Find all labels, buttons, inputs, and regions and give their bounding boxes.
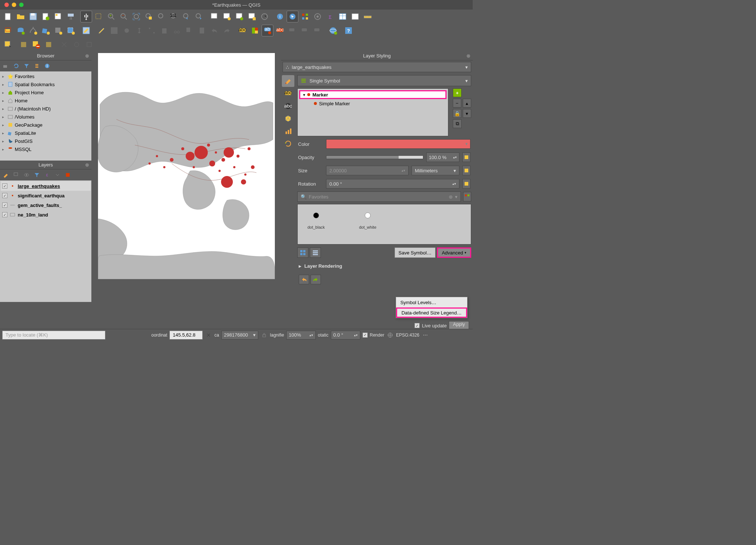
close-window-button[interactable] <box>4 3 9 7</box>
advanced-button[interactable]: Advanced ▾ <box>437 247 471 258</box>
zoom-native-button[interactable]: 1:1 <box>168 11 180 22</box>
action-button[interactable] <box>287 11 298 22</box>
opacity-data-defined-button[interactable] <box>462 152 470 162</box>
refresh-icon[interactable] <box>13 62 20 70</box>
layout-manager-button[interactable] <box>52 11 64 22</box>
labels-tab[interactable]: abc <box>282 88 294 99</box>
label-tool-6[interactable] <box>299 25 311 36</box>
marker-item[interactable]: ▾ Marker <box>299 90 447 99</box>
deselect-button[interactable] <box>30 39 42 50</box>
delete-button[interactable] <box>158 25 170 36</box>
scale-field[interactable]: 298176800▾ <box>221 331 258 340</box>
simple-marker-item[interactable]: Simple Marker <box>299 99 447 108</box>
data-defined-legend-item[interactable]: Data-defined Size Legend… <box>396 307 467 318</box>
copy-button[interactable] <box>183 25 195 36</box>
style-manager-icon[interactable] <box>463 192 471 201</box>
remove-icon[interactable] <box>64 171 71 179</box>
browser-close-icon[interactable]: ⊗ <box>84 53 90 59</box>
zoom-next-button[interactable] <box>193 11 205 22</box>
zoom-last-button[interactable] <box>181 11 192 22</box>
style-redo-button[interactable] <box>311 275 321 284</box>
label-tool-2[interactable] <box>249 25 261 36</box>
symbology-tab[interactable] <box>282 75 294 87</box>
processing-button[interactable] <box>349 11 361 22</box>
layer-rendering-header[interactable]: ▸ Layer Rendering <box>297 261 471 271</box>
zoom-selection-button[interactable] <box>143 11 155 22</box>
add-group-icon[interactable] <box>13 171 20 179</box>
temporal-button[interactable] <box>246 11 258 22</box>
move-up-button[interactable]: ▴ <box>463 99 471 108</box>
diagrams-tab[interactable] <box>282 125 294 137</box>
help-button[interactable]: ? <box>343 25 354 36</box>
color-swatch[interactable]: ▾ <box>326 139 470 149</box>
new-bookmark-button[interactable] <box>221 11 233 22</box>
tree-item-volumes[interactable]: ▸/Volumes <box>1 113 91 121</box>
add-symbol-button[interactable]: + <box>453 88 462 97</box>
duplicate-button[interactable]: ⧉ <box>453 119 462 128</box>
symbol-levels-item[interactable]: Symbol Levels… <box>396 297 467 307</box>
render-checkbox[interactable]: ✓ <box>363 333 368 338</box>
collapse-icon[interactable] <box>33 62 41 70</box>
new-spatialite-button[interactable] <box>40 25 52 36</box>
new-temp-button[interactable] <box>65 25 77 36</box>
tree-item-home[interactable]: ▸Home <box>1 96 91 105</box>
select-by-value-button[interactable] <box>43 39 55 50</box>
favorite-dot-black[interactable]: dot_black <box>301 208 331 240</box>
coordinate-field[interactable]: 145.5,62.8 <box>169 331 203 340</box>
symbol-tree[interactable]: ▾ Marker Simple Marker <box>297 88 448 136</box>
favorite-dot-white[interactable]: dot_white <box>353 208 382 240</box>
messages-icon[interactable]: ⋯ <box>421 331 429 339</box>
new-virtual-button[interactable] <box>52 25 64 36</box>
rotation-input[interactable]: 0.00 °▴▾ <box>326 179 459 189</box>
label-tool-7[interactable] <box>312 25 323 36</box>
save-symbol-button[interactable]: Save Symbol… <box>395 247 436 258</box>
masks-tab[interactable]: abc <box>282 100 294 112</box>
save-edits-button[interactable] <box>108 25 120 36</box>
layer-item-land[interactable]: ✓ ne_10m_land <box>1 210 91 219</box>
plugin-button-2[interactable] <box>312 11 323 22</box>
minimize-window-button[interactable] <box>12 3 16 7</box>
layer-checkbox[interactable]: ✓ <box>2 183 7 189</box>
browser-tree[interactable]: ▸⭐Favorites ▸Spatial Bookmarks ▸Project … <box>0 71 91 161</box>
new-map-view-button[interactable] <box>209 11 220 22</box>
expand-icon[interactable] <box>54 171 61 179</box>
label-tool-5[interactable] <box>287 25 298 36</box>
remove-symbol-button[interactable]: − <box>453 99 461 108</box>
measure-button[interactable] <box>362 11 374 22</box>
lock-scale-icon[interactable] <box>260 331 268 339</box>
move-down-button[interactable]: ▾ <box>463 109 471 118</box>
layer-checkbox[interactable]: ✓ <box>2 193 7 198</box>
crs-button[interactable]: EPSG:4326 <box>396 333 419 338</box>
add-feature-button[interactable] <box>121 25 133 36</box>
refresh-button[interactable] <box>259 11 270 22</box>
size-input[interactable]: 2.00000▴▾ <box>326 166 409 175</box>
dig-button-2[interactable] <box>71 39 83 50</box>
tree-item-favorites[interactable]: ▸⭐Favorites <box>1 72 91 80</box>
label-tool-4[interactable]: abc <box>274 25 286 36</box>
attribute-table-button[interactable] <box>337 11 349 22</box>
new-project-button[interactable] <box>2 11 14 22</box>
globe-button[interactable] <box>327 25 339 36</box>
layers-close-icon[interactable]: ⊗ <box>84 162 90 168</box>
identify-button[interactable]: i <box>274 11 286 22</box>
layer-item-large-earthquakes[interactable]: ✓ large_earthquakes <box>1 181 91 191</box>
tree-item-bookmarks[interactable]: ▸Spatial Bookmarks <box>1 80 91 88</box>
data-source-button[interactable] <box>2 25 14 36</box>
pan-button[interactable] <box>80 11 92 22</box>
grid-view-button[interactable] <box>297 247 308 258</box>
symbol-type-selector[interactable]: Single Symbol ▾ <box>297 75 471 86</box>
new-layout-button[interactable] <box>40 11 52 22</box>
plugin-button-1[interactable] <box>299 11 311 22</box>
layer-filter-icon[interactable] <box>33 171 41 179</box>
3d-tab[interactable] <box>282 113 294 124</box>
show-bookmarks-button[interactable] <box>234 11 245 22</box>
zoom-full-button[interactable] <box>130 11 142 22</box>
favorites-search[interactable]: 🔍 Favorites ⊗ ▾ <box>297 191 461 202</box>
tree-item-spatialite[interactable]: ▸SpatiaLite <box>1 129 91 137</box>
sigma-button[interactable]: Σ <box>324 11 336 22</box>
cut-button[interactable] <box>171 25 183 36</box>
layer-selector[interactable]: ∴ large_earthquakes ▾ <box>283 62 471 72</box>
zoom-in-button[interactable]: + <box>105 11 117 22</box>
layer-item-faults[interactable]: ✓ gem_active_faults_ <box>1 200 91 210</box>
rotation-data-defined-button[interactable] <box>462 179 470 189</box>
